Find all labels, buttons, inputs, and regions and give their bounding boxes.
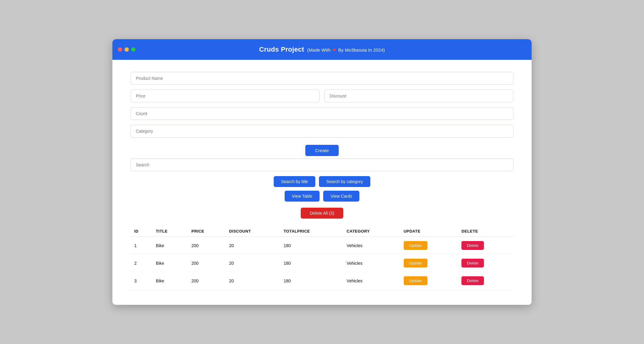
cell-category: Vehicles: [343, 237, 400, 254]
cell-update: Update: [400, 237, 458, 254]
update-button[interactable]: Update: [404, 276, 427, 285]
delete-all-button[interactable]: Delete All (3): [301, 208, 343, 219]
discount-input[interactable]: [324, 90, 513, 102]
cell-totalprice: 180: [280, 237, 343, 254]
cell-update: Update: [400, 272, 458, 290]
cell-totalprice: 180: [280, 254, 343, 272]
cell-id: 1: [131, 237, 152, 254]
view-buttons: View Table View Cards: [131, 191, 513, 202]
create-button[interactable]: Create: [305, 145, 338, 156]
search-by-title-button[interactable]: Search by title: [274, 176, 315, 187]
app-subtitle: (Made With ❤ By Mo3bassia In 2024): [307, 47, 385, 53]
cell-title: Bike: [152, 272, 188, 290]
cell-delete: Delete: [458, 237, 513, 254]
cell-discount: 20: [225, 254, 280, 272]
cell-delete: Delete: [458, 272, 513, 290]
col-category: CATEGORY: [343, 226, 400, 237]
traffic-light-red[interactable]: [118, 47, 122, 52]
delete-button[interactable]: Delete: [461, 259, 484, 267]
app-window: Cruds Project (Made With ❤ By Mo3bassia …: [112, 39, 532, 305]
col-discount: DISCOUNT: [225, 226, 280, 237]
table-header: ID TITLE PRICE DISCOUNT TOTALPRICE CATEG…: [131, 226, 513, 237]
price-discount-row: [131, 90, 513, 102]
traffic-lights: [118, 47, 135, 52]
update-button[interactable]: Update: [404, 241, 427, 250]
search-input[interactable]: [131, 158, 513, 171]
app-title: Cruds Project: [259, 46, 304, 53]
col-price: PRICE: [188, 226, 225, 237]
cell-totalprice: 180: [280, 272, 343, 290]
col-delete: DELETE: [458, 226, 513, 237]
table-row: 1Bike20020180VehiclesUpdateDelete: [131, 237, 513, 254]
cell-category: Vehicles: [343, 254, 400, 272]
col-totalprice: TOTALPRICE: [280, 226, 343, 237]
count-input[interactable]: [131, 107, 513, 120]
cell-discount: 20: [225, 237, 280, 254]
price-input[interactable]: [131, 90, 320, 102]
cell-price: 200: [188, 272, 225, 290]
col-title: TITLE: [152, 226, 188, 237]
product-form: [131, 72, 513, 138]
delete-button[interactable]: Delete: [461, 241, 484, 250]
category-input[interactable]: [131, 125, 513, 138]
search-by-category-button[interactable]: Search by category: [319, 176, 370, 187]
cell-price: 200: [188, 254, 225, 272]
titlebar-content: Cruds Project (Made With ❤ By Mo3bassia …: [259, 46, 385, 53]
cell-id: 3: [131, 272, 152, 290]
titlebar: Cruds Project (Made With ❤ By Mo3bassia …: [112, 39, 532, 60]
cell-price: 200: [188, 237, 225, 254]
cell-title: Bike: [152, 237, 188, 254]
table-row: 2Bike20020180VehiclesUpdateDelete: [131, 254, 513, 272]
search-section: Search by title Search by category View …: [131, 158, 513, 202]
col-id: ID: [131, 226, 152, 237]
view-cards-button[interactable]: View Cards: [323, 191, 359, 202]
cell-update: Update: [400, 254, 458, 272]
update-button[interactable]: Update: [404, 259, 427, 267]
col-update: UPDATE: [400, 226, 458, 237]
cell-title: Bike: [152, 254, 188, 272]
cell-discount: 20: [225, 272, 280, 290]
heart-icon: ❤: [332, 47, 336, 53]
delete-button[interactable]: Delete: [461, 276, 484, 285]
cell-id: 2: [131, 254, 152, 272]
table-row: 3Bike20020180VehiclesUpdateDelete: [131, 272, 513, 290]
view-table-button[interactable]: View Table: [285, 191, 320, 202]
traffic-light-yellow[interactable]: [125, 47, 129, 52]
main-content: Create Search by title Search by categor…: [112, 60, 532, 305]
traffic-light-green[interactable]: [131, 47, 135, 52]
search-buttons: Search by title Search by category: [131, 176, 513, 187]
cell-delete: Delete: [458, 254, 513, 272]
cell-category: Vehicles: [343, 272, 400, 290]
product-name-input[interactable]: [131, 72, 513, 85]
products-table: ID TITLE PRICE DISCOUNT TOTALPRICE CATEG…: [131, 226, 513, 290]
table-body: 1Bike20020180VehiclesUpdateDelete2Bike20…: [131, 237, 513, 290]
